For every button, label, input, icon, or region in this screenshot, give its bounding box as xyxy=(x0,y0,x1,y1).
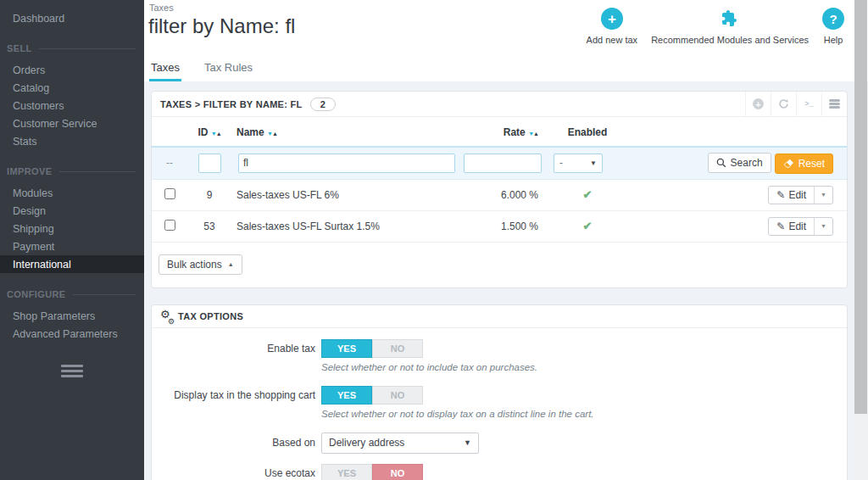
column-header-rate[interactable]: Rate ▼▲ xyxy=(460,117,550,147)
count-badge: 2 xyxy=(310,98,336,111)
display-tax-cart-yes-button[interactable]: YES xyxy=(321,386,372,405)
vertical-scrollbar[interactable] xyxy=(854,0,868,480)
filter-row: -- -▼ Search Reset xyxy=(152,147,847,179)
display-tax-cart-no-button[interactable]: NO xyxy=(372,386,423,405)
tax-name: Sales-taxes US-FL 6% xyxy=(231,179,460,210)
bulk-actions-button[interactable]: Bulk actions ▲ xyxy=(159,254,242,275)
sidebar-item-stats[interactable]: Stats xyxy=(0,132,144,150)
edit-button[interactable]: ✎Edit ▼ xyxy=(768,217,833,236)
header-actions: + Add new tax Recommended Modules and Se… xyxy=(587,8,844,45)
enable-tax-yes-button[interactable]: YES xyxy=(321,339,372,358)
add-icon[interactable]: + xyxy=(745,92,771,116)
tax-options-form: Enable tax YES NO Select whether or not … xyxy=(152,328,847,480)
recommended-modules-button[interactable]: Recommended Modules and Services xyxy=(651,8,809,45)
refresh-icon[interactable] xyxy=(771,92,796,116)
chevron-down-icon: ▼ xyxy=(590,159,597,167)
enabled-check-icon[interactable]: ✔ xyxy=(583,188,593,201)
content-area: TAXES > FILTER BY NAME: FL 2 + >_ xyxy=(144,81,868,480)
use-ecotax-toggle: YES NO xyxy=(321,464,423,480)
tax-options-title: TAX OPTIONS xyxy=(178,311,243,321)
add-new-tax-button[interactable]: + Add new tax xyxy=(587,8,638,45)
enable-tax-row: Enable tax YES NO Select whether or not … xyxy=(152,339,847,372)
column-header-id[interactable]: ID ▼▲ xyxy=(187,117,231,147)
panel-toolbar: + >_ xyxy=(745,92,847,116)
search-button[interactable]: Search xyxy=(708,153,771,173)
tab-taxes[interactable]: Taxes xyxy=(149,55,181,81)
sidebar-item-dashboard[interactable]: Dashboard xyxy=(0,9,144,27)
sidebar-item-customer-service[interactable]: Customer Service xyxy=(0,114,144,132)
sidebar-item-catalog[interactable]: Catalog xyxy=(0,79,144,97)
enabled-check-icon[interactable]: ✔ xyxy=(583,220,593,232)
page-title: filter by Name: fl xyxy=(148,14,295,38)
pencil-icon: ✎ xyxy=(776,189,785,201)
sidebar-item-international[interactable]: International xyxy=(0,255,144,273)
sidebar-item-customers[interactable]: Customers xyxy=(0,97,144,114)
sidebar-item-shipping[interactable]: Shipping xyxy=(0,220,144,237)
use-ecotax-yes-button[interactable]: YES xyxy=(321,464,372,480)
row-checkbox[interactable] xyxy=(164,188,175,199)
sidebar-item-orders[interactable]: Orders xyxy=(0,61,144,79)
tax-id: 53 xyxy=(187,210,231,242)
tab-tax-rules[interactable]: Tax Rules xyxy=(203,55,254,81)
sidebar-item-shop-parameters[interactable]: Shop Parameters xyxy=(0,307,144,325)
tax-name: Sales-taxes US-FL Surtax 1.5% xyxy=(231,210,460,242)
scrollbar-track xyxy=(854,414,867,480)
based-on-label: Based on xyxy=(152,437,321,449)
enable-tax-no-button[interactable]: NO xyxy=(372,339,423,358)
table-header-row: ID ▼▲ Name ▼▲ Rate ▼▲ Enabled xyxy=(152,117,847,147)
sort-icons[interactable]: ▼▲ xyxy=(211,131,221,137)
use-ecotax-label: Use ecotax xyxy=(152,467,321,479)
cogs-icon: ⚙⚙ xyxy=(160,310,175,322)
sidebar-item-design[interactable]: Design xyxy=(0,202,144,220)
sort-icons[interactable]: ▼▲ xyxy=(528,131,538,137)
filter-row-marker: -- xyxy=(152,147,187,179)
help-button[interactable]: ? Help xyxy=(822,8,844,45)
taxes-panel-header: TAXES > FILTER BY NAME: FL 2 + >_ xyxy=(152,92,847,117)
sidebar-item-payment[interactable]: Payment xyxy=(0,237,144,255)
table-row[interactable]: 53 Sales-taxes US-FL Surtax 1.5% 1.500 %… xyxy=(152,210,847,242)
filter-rate-input[interactable] xyxy=(464,153,542,173)
sidebar-item-modules[interactable]: Modules xyxy=(0,184,144,202)
enable-tax-label: Enable tax xyxy=(152,339,321,372)
column-header-name[interactable]: Name ▼▲ xyxy=(231,117,460,147)
pencil-icon: ✎ xyxy=(776,220,785,232)
sidebar-item-advanced-parameters[interactable]: Advanced Parameters xyxy=(0,325,144,343)
enable-tax-help: Select whether or not to include tax on … xyxy=(321,362,537,372)
filter-name-input[interactable] xyxy=(238,153,455,173)
tax-id: 9 xyxy=(187,179,231,210)
help-icon: ? xyxy=(822,8,844,30)
scrollbar-thumb[interactable] xyxy=(854,0,867,414)
filter-id-input[interactable] xyxy=(198,153,221,173)
table-row[interactable]: 9 Sales-taxes US-FL 6% 6.000 % ✔ ✎Edit ▼ xyxy=(152,179,847,210)
based-on-row: Based on Delivery address ▼ xyxy=(152,433,847,454)
edit-dropdown-caret[interactable]: ▼ xyxy=(814,218,832,235)
filter-enabled-select[interactable]: -▼ xyxy=(554,153,603,173)
console-icon[interactable]: >_ xyxy=(796,92,821,116)
display-tax-cart-toggle: YES NO xyxy=(321,386,423,405)
taxes-table: ID ▼▲ Name ▼▲ Rate ▼▲ Enabled -- -▼ xyxy=(152,117,847,243)
tax-rate: 6.000 % xyxy=(460,179,550,210)
sidebar-section-improve: IMPROVE xyxy=(0,166,144,176)
edit-dropdown-caret[interactable]: ▼ xyxy=(814,187,832,204)
sort-icons[interactable]: ▼▲ xyxy=(267,131,277,137)
column-header-enabled: Enabled xyxy=(550,117,625,147)
display-tax-cart-label: Display tax in the shopping cart xyxy=(152,386,321,419)
chevron-down-icon: ▼ xyxy=(464,438,471,447)
display-tax-cart-help: Select whether or not to display tax on … xyxy=(321,409,594,419)
collapse-menu-icon[interactable] xyxy=(61,365,83,377)
export-sql-icon[interactable] xyxy=(821,92,847,116)
use-ecotax-row: Use ecotax YES NO xyxy=(152,464,847,480)
display-tax-cart-row: Display tax in the shopping cart YES NO … xyxy=(152,386,847,419)
plus-circle-icon: + xyxy=(601,8,623,30)
reset-button[interactable]: Reset xyxy=(775,153,833,174)
enable-tax-toggle: YES NO xyxy=(321,339,423,358)
based-on-select[interactable]: Delivery address ▼ xyxy=(321,433,479,454)
use-ecotax-no-button[interactable]: NO xyxy=(372,464,423,480)
puzzle-icon xyxy=(719,8,741,30)
edit-button[interactable]: ✎Edit ▼ xyxy=(768,186,833,204)
main-area: Taxes filter by Name: fl + Add new tax R… xyxy=(144,0,868,480)
taxes-table-panel: TAXES > FILTER BY NAME: FL 2 + >_ xyxy=(151,91,848,288)
sidebar-section-sell: SELL xyxy=(0,43,144,53)
breadcrumb: Taxes xyxy=(149,3,174,13)
row-checkbox[interactable] xyxy=(164,220,175,231)
